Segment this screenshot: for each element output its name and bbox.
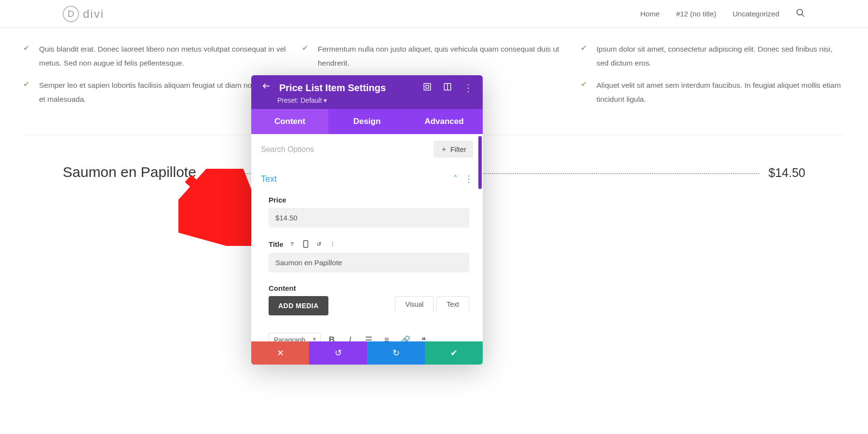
logo-text: divi (83, 7, 104, 21)
more-icon[interactable]: ⋮ (463, 82, 473, 94)
check-icon: ✔ (581, 80, 587, 106)
plus-icon: ＋ (440, 145, 448, 154)
scrollbar-thumb[interactable] (478, 136, 482, 180)
tab-content[interactable]: Content (251, 109, 328, 134)
modal-title: Price List Item Settings (279, 82, 414, 94)
modal-header: Price List Item Settings ⋮ Preset: Defau… (251, 75, 483, 134)
svg-rect-4 (426, 85, 429, 88)
search-row: ＋Filter (251, 134, 483, 165)
check-icon: ✔ (302, 43, 308, 70)
features-col-3: ✔ Ipsum dolor sit amet, consectetur adip… (581, 42, 845, 115)
svg-rect-3 (424, 83, 431, 90)
feature-item: ✔ Semper leo et sapien lobortis facilisi… (23, 79, 287, 106)
nav-12-notitle[interactable]: #12 (no title) (676, 10, 716, 18)
site-logo: D divi (63, 6, 104, 22)
feature-text: Aliquet velit sit amet sem interdum fauc… (597, 79, 845, 106)
primary-nav: Home #12 (no title) Uncategorized (640, 8, 805, 20)
feature-text: Ipsum dolor sit amet, consectetur adipis… (597, 42, 845, 70)
feature-item: ✔ Quis blandit erat. Donec laoreet liber… (23, 42, 287, 70)
feature-item: ✔ Fermentum nulla non justo aliquet, qui… (302, 42, 566, 70)
modal-tabs: Content Design Advanced (251, 109, 483, 134)
modal-body: ＋Filter Text ˄ ⋮ Price Title ? ↺ ⋮ Conte… (251, 134, 483, 180)
group-more-icon[interactable]: ⋮ (464, 174, 473, 180)
nav-uncategorized[interactable]: Uncategorized (732, 10, 779, 18)
feature-text: Quis blandit erat. Donec laoreet libero … (39, 42, 287, 70)
feature-item: ✔ Ipsum dolor sit amet, consectetur adip… (581, 42, 845, 70)
search-options-input[interactable] (261, 145, 434, 154)
item-price: $14.50 (769, 166, 805, 180)
filter-label: Filter (450, 145, 466, 153)
item-title: Saumon en Papillote (63, 164, 196, 180)
chevron-up-icon: ˄ (453, 174, 458, 180)
expand-icon[interactable] (423, 82, 432, 93)
tab-design[interactable]: Design (328, 109, 406, 134)
check-icon: ✔ (23, 43, 29, 70)
feature-text: Semper leo et sapien lobortis facilisis … (39, 79, 287, 106)
logo-icon: D (63, 6, 79, 22)
tab-advanced[interactable]: Advanced (406, 109, 483, 134)
search-icon[interactable] (796, 8, 805, 20)
feature-item: ✔ Aliquet velit sit amet sem interdum fa… (581, 79, 845, 106)
settings-modal: Price List Item Settings ⋮ Preset: Defau… (251, 75, 483, 180)
snap-icon[interactable] (443, 82, 452, 93)
svg-point-0 (797, 9, 803, 15)
back-icon[interactable] (261, 82, 271, 94)
svg-line-1 (802, 14, 804, 16)
group-text-label: Text (261, 174, 277, 180)
site-header: D divi Home #12 (no title) Uncategorized (0, 0, 868, 28)
filter-button[interactable]: ＋Filter (434, 141, 473, 158)
check-icon: ✔ (581, 43, 587, 70)
check-icon: ✔ (23, 80, 29, 106)
nav-home[interactable]: Home (640, 10, 660, 18)
group-text-header[interactable]: Text ˄ ⋮ (251, 165, 483, 180)
feature-text: Fermentum nulla non justo aliquet, quis … (318, 42, 566, 70)
preset-selector[interactable]: Preset: Default ▾ (251, 96, 483, 109)
features-col-1: ✔ Quis blandit erat. Donec laoreet liber… (23, 42, 287, 115)
